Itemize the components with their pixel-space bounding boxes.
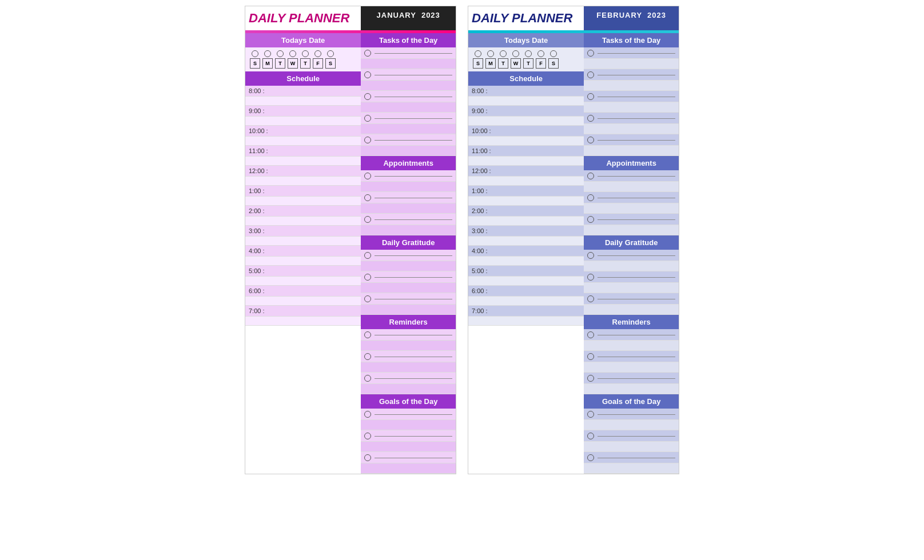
- feb-time-600-empty: [468, 297, 584, 306]
- jan-task-3b: [361, 102, 456, 113]
- jan-goal-2-line: [375, 436, 452, 437]
- feb-grat-2-checkbox[interactable]: [587, 274, 594, 281]
- jan-circle-T2[interactable]: [302, 50, 309, 57]
- feb-rem-1-checkbox[interactable]: [587, 331, 594, 338]
- feb-time-1000: 10:00 :: [468, 126, 584, 137]
- feb-task-4-checkbox[interactable]: [587, 115, 594, 122]
- jan-rem-1-checkbox[interactable]: [364, 331, 371, 338]
- jan-grat-3-checkbox[interactable]: [364, 295, 371, 302]
- feb-box-T1[interactable]: T: [498, 58, 508, 69]
- jan-grat-2-checkbox[interactable]: [364, 274, 371, 281]
- jan-grat-1: [361, 250, 456, 261]
- jan-main-grid: Todays Date S M T W: [245, 33, 456, 474]
- jan-appointments-header: Appointments: [361, 156, 456, 170]
- feb-appt-2-checkbox[interactable]: [587, 194, 594, 201]
- jan-task-2-checkbox[interactable]: [364, 71, 371, 78]
- jan-box-S1[interactable]: S: [250, 58, 260, 69]
- jan-time-100: 1:00 :: [245, 186, 361, 197]
- feb-circle-M[interactable]: [487, 50, 494, 57]
- jan-goal-2-checkbox[interactable]: [364, 433, 371, 439]
- jan-appt-3-checkbox[interactable]: [364, 216, 371, 223]
- feb-time-900: 9:00 :: [468, 106, 584, 117]
- jan-rem-2b: [361, 362, 456, 373]
- jan-time-400: 4:00 :: [245, 246, 361, 257]
- feb-grat-3-checkbox[interactable]: [587, 295, 594, 302]
- jan-box-T1[interactable]: T: [275, 58, 285, 69]
- feb-circle-S1[interactable]: [475, 50, 481, 57]
- jan-day-M: M: [262, 50, 273, 69]
- jan-rem-2-checkbox[interactable]: [364, 353, 371, 360]
- feb-box-T2[interactable]: T: [523, 58, 533, 69]
- feb-box-S1[interactable]: S: [473, 58, 483, 69]
- feb-rem-3-line: [598, 378, 675, 379]
- feb-goal-1-line: [598, 414, 675, 415]
- feb-time-700-empty: [468, 317, 584, 326]
- jan-goal-2: [361, 430, 456, 442]
- jan-circle-M[interactable]: [264, 50, 271, 57]
- feb-task-2-checkbox[interactable]: [587, 71, 594, 78]
- jan-circle-F[interactable]: [314, 50, 321, 57]
- jan-appt-1-checkbox[interactable]: [364, 173, 371, 179]
- jan-box-M[interactable]: M: [262, 58, 273, 69]
- feb-task-5: [584, 134, 679, 146]
- jan-task-2b: [361, 81, 456, 91]
- feb-time-400: 4:00 :: [468, 246, 584, 257]
- jan-goal-3-checkbox[interactable]: [364, 454, 371, 461]
- jan-rem-1-line: [375, 335, 452, 335]
- feb-task-3-checkbox[interactable]: [587, 93, 594, 100]
- feb-grat-3-line: [598, 299, 675, 299]
- feb-time-1100: 11:00 :: [468, 146, 584, 157]
- feb-circle-S2[interactable]: [550, 50, 557, 57]
- jan-task-2: [361, 69, 456, 81]
- feb-task-4-line: [598, 118, 675, 119]
- feb-rem-3-checkbox[interactable]: [587, 375, 594, 382]
- jan-box-S2[interactable]: S: [325, 58, 336, 69]
- jan-box-F[interactable]: F: [313, 58, 323, 69]
- jan-grat-1-checkbox[interactable]: [364, 252, 371, 259]
- jan-box-W[interactable]: W: [288, 58, 298, 69]
- jan-grat-2b: [361, 283, 456, 293]
- jan-task-3-checkbox[interactable]: [364, 93, 371, 100]
- jan-task-5-checkbox[interactable]: [364, 137, 371, 143]
- feb-rem-3: [584, 373, 679, 384]
- feb-rem-2-checkbox[interactable]: [587, 353, 594, 360]
- jan-goal-1-checkbox[interactable]: [364, 411, 371, 418]
- feb-goal-3-checkbox[interactable]: [587, 454, 594, 461]
- jan-box-T2[interactable]: T: [300, 58, 310, 69]
- feb-circle-W[interactable]: [512, 50, 519, 57]
- jan-rem-3b: [361, 384, 456, 394]
- feb-rem-1: [584, 329, 679, 341]
- feb-grat-1-checkbox[interactable]: [587, 252, 594, 259]
- feb-goal-1-checkbox[interactable]: [587, 411, 594, 418]
- feb-circle-T2[interactable]: [525, 50, 532, 57]
- feb-task-2: [584, 69, 679, 81]
- jan-task-4-checkbox[interactable]: [364, 115, 371, 122]
- jan-circle-S1[interactable]: [252, 50, 258, 57]
- jan-time-800-empty: [245, 97, 361, 106]
- feb-circle-F[interactable]: [537, 50, 544, 57]
- jan-circle-S2[interactable]: [327, 50, 334, 57]
- feb-task-4b: [584, 124, 679, 134]
- feb-goal-2-checkbox[interactable]: [587, 433, 594, 439]
- feb-circle-T1[interactable]: [500, 50, 507, 57]
- jan-grat-1b: [361, 261, 456, 271]
- jan-circle-W[interactable]: [289, 50, 296, 57]
- jan-circle-T1[interactable]: [277, 50, 284, 57]
- feb-task-5-checkbox[interactable]: [587, 137, 594, 143]
- feb-box-M[interactable]: M: [485, 58, 496, 69]
- jan-time-1200-empty: [245, 177, 361, 186]
- feb-time-1100-empty: [468, 157, 584, 166]
- feb-box-F[interactable]: F: [536, 58, 546, 69]
- feb-appt-3-checkbox[interactable]: [587, 216, 594, 223]
- feb-task-5-line: [598, 140, 675, 141]
- feb-box-W[interactable]: W: [511, 58, 521, 69]
- jan-tasks-header: Tasks of the Day: [361, 33, 456, 47]
- jan-appt-2-checkbox[interactable]: [364, 194, 371, 201]
- jan-time-900: 9:00 :: [245, 106, 361, 117]
- feb-task-1-checkbox[interactable]: [587, 50, 594, 57]
- jan-rem-3-checkbox[interactable]: [364, 375, 371, 382]
- feb-box-S2[interactable]: S: [548, 58, 559, 69]
- feb-appt-1-checkbox[interactable]: [587, 173, 594, 179]
- jan-time-300: 3:00 :: [245, 226, 361, 237]
- jan-task-1-checkbox[interactable]: [364, 50, 371, 57]
